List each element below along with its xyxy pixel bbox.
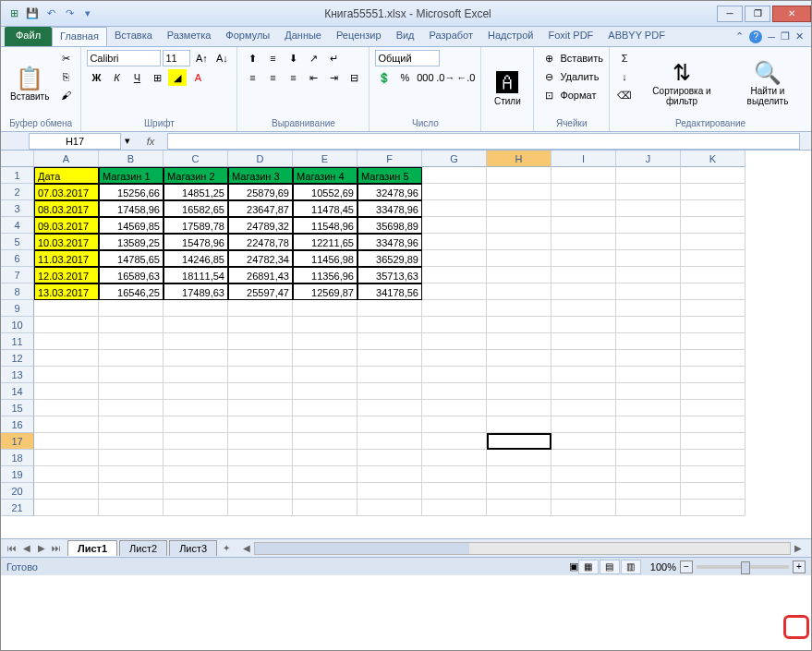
cell[interactable]: 14851,25 [164,184,228,200]
cell[interactable] [487,400,551,416]
cell[interactable] [358,433,422,450]
cell[interactable] [616,367,681,383]
cell[interactable] [99,367,164,383]
cell[interactable] [422,317,487,333]
cell[interactable] [99,400,164,416]
cell[interactable] [551,217,616,234]
cell[interactable]: 11478,45 [293,200,358,217]
cell[interactable] [422,333,487,350]
cell[interactable] [293,367,358,383]
cell[interactable]: 12211,65 [293,234,358,250]
align-center-icon[interactable]: ≡ [263,69,282,86]
cell[interactable] [293,416,358,433]
cell[interactable] [422,184,487,200]
column-header[interactable]: C [164,151,228,167]
file-tab[interactable]: Файл [5,27,52,46]
cell[interactable] [681,300,745,317]
cell[interactable]: 14246,85 [164,250,228,267]
cell[interactable]: Магазин 3 [228,167,293,184]
row-header[interactable]: 18 [1,450,34,466]
cell[interactable] [164,416,228,433]
tab-developer[interactable]: Разработ [422,27,480,46]
cell[interactable] [422,500,487,516]
cell[interactable]: 15478,96 [164,234,228,250]
row-header[interactable]: 5 [1,234,34,250]
page-break-view-icon[interactable]: ▥ [621,560,641,574]
column-header[interactable]: J [616,151,681,167]
cell[interactable]: 33478,96 [358,200,422,217]
doc-close-icon[interactable]: ✕ [795,30,804,42]
cell[interactable] [681,217,745,234]
row-header[interactable]: 12 [1,350,34,367]
underline-button[interactable]: Ч [127,69,146,86]
cell[interactable]: 24789,32 [228,217,293,234]
last-sheet-icon[interactable]: ⏭ [49,541,64,556]
cell[interactable] [681,400,745,416]
horizontal-scrollbar[interactable]: ◀▶ [239,541,806,556]
cell[interactable] [551,234,616,250]
cell[interactable] [551,466,616,483]
cell[interactable] [99,500,164,516]
doc-restore-icon[interactable]: ❐ [781,30,790,42]
cell[interactable] [616,300,681,317]
tab-layout[interactable]: Разметка [160,27,219,46]
cell[interactable] [616,400,681,416]
cell[interactable] [681,466,745,483]
styles-button[interactable]: 🅰 Стили [487,50,527,127]
cell[interactable] [422,267,487,283]
cell[interactable] [681,450,745,466]
cell[interactable] [681,250,745,267]
cell[interactable] [422,450,487,466]
cell[interactable]: 11456,98 [293,250,358,267]
row-header[interactable]: 21 [1,500,34,516]
cell[interactable] [422,483,487,500]
column-header[interactable]: H [487,151,551,167]
cell[interactable]: 10.03.2017 [34,234,99,250]
cell[interactable] [422,416,487,433]
cell[interactable]: 18111,54 [164,267,228,283]
cell[interactable] [422,200,487,217]
cell[interactable] [681,483,745,500]
tab-view[interactable]: Вид [389,27,422,46]
cell[interactable]: 35698,89 [358,217,422,234]
cell[interactable] [616,267,681,283]
cell[interactable] [681,500,745,516]
italic-button[interactable]: К [107,69,126,86]
cell[interactable] [228,416,293,433]
tab-review[interactable]: Рецензир [329,27,389,46]
cell[interactable] [228,400,293,416]
cell[interactable]: 13.03.2017 [34,283,99,300]
row-header[interactable]: 17 [1,433,34,450]
cell[interactable]: 26891,43 [228,267,293,283]
cell[interactable] [551,416,616,433]
cell[interactable] [551,450,616,466]
cell[interactable] [616,450,681,466]
cell[interactable] [487,500,551,516]
cell[interactable]: Дата [34,167,99,184]
cell[interactable] [551,300,616,317]
cell[interactable] [616,200,681,217]
cell[interactable] [681,333,745,350]
cell[interactable] [422,250,487,267]
cell[interactable] [616,500,681,516]
align-top-icon[interactable]: ⬆ [243,50,261,66]
cell[interactable]: 07.03.2017 [34,184,99,200]
cell[interactable] [487,317,551,333]
help-icon[interactable]: ? [749,30,762,43]
page-layout-view-icon[interactable]: ▤ [600,560,620,574]
paste-button[interactable]: 📋 Вставить [6,50,53,116]
cell[interactable] [293,317,358,333]
cell[interactable] [164,500,228,516]
cell[interactable] [34,416,99,433]
minimize-button[interactable]: ─ [717,6,743,22]
cell[interactable] [616,483,681,500]
cell[interactable] [164,400,228,416]
cell[interactable] [616,217,681,234]
cell[interactable] [293,400,358,416]
undo-icon[interactable]: ↶ [43,6,58,21]
row-header[interactable]: 2 [1,184,34,200]
cell[interactable] [487,333,551,350]
row-header[interactable]: 10 [1,317,34,333]
cell[interactable] [99,333,164,350]
inc-decimal-icon[interactable]: .0→ [436,69,454,86]
